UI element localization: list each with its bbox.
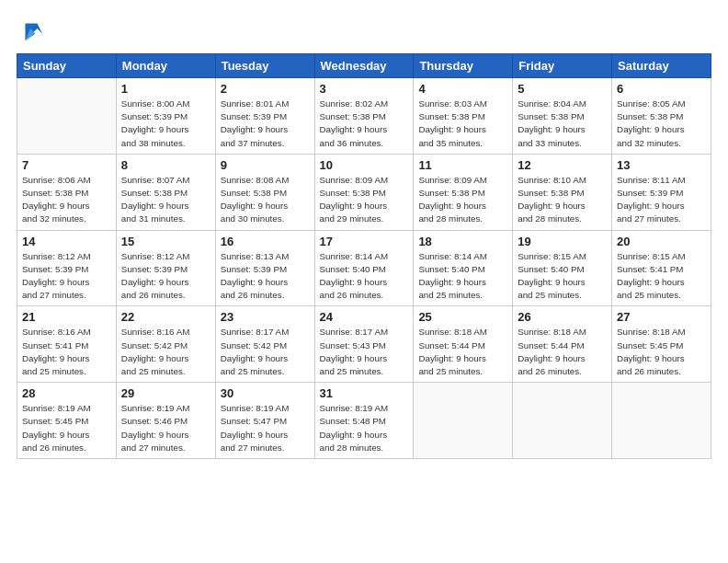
calendar-cell: 24Sunrise: 8:17 AMSunset: 5:43 PMDayligh… bbox=[314, 306, 414, 383]
calendar-cell: 17Sunrise: 8:14 AMSunset: 5:40 PMDayligh… bbox=[314, 230, 414, 306]
calendar-cell: 27Sunrise: 8:18 AMSunset: 5:45 PMDayligh… bbox=[612, 306, 711, 383]
calendar-cell: 19Sunrise: 8:15 AMSunset: 5:40 PMDayligh… bbox=[513, 230, 612, 306]
calendar-cell: 7Sunrise: 8:06 AMSunset: 5:38 PMDaylight… bbox=[17, 154, 117, 230]
day-number: 1 bbox=[121, 82, 210, 96]
day-info: Sunrise: 8:15 AMSunset: 5:41 PMDaylight:… bbox=[617, 250, 706, 303]
week-row-2: 14Sunrise: 8:12 AMSunset: 5:39 PMDayligh… bbox=[17, 230, 711, 306]
week-row-3: 21Sunrise: 8:16 AMSunset: 5:41 PMDayligh… bbox=[17, 306, 711, 383]
day-number: 17 bbox=[320, 235, 409, 248]
day-number: 3 bbox=[320, 82, 409, 96]
day-number: 14 bbox=[22, 235, 111, 248]
day-number: 25 bbox=[418, 310, 507, 324]
day-info: Sunrise: 8:12 AMSunset: 5:39 PMDaylight:… bbox=[22, 250, 111, 303]
day-info: Sunrise: 8:19 AMSunset: 5:45 PMDaylight:… bbox=[22, 402, 111, 454]
day-info: Sunrise: 8:14 AMSunset: 5:40 PMDaylight:… bbox=[418, 250, 507, 303]
calendar-cell: 14Sunrise: 8:12 AMSunset: 5:39 PMDayligh… bbox=[17, 230, 117, 306]
day-number: 9 bbox=[221, 158, 310, 172]
day-number: 11 bbox=[418, 158, 507, 172]
day-info: Sunrise: 8:02 AMSunset: 5:38 PMDaylight:… bbox=[320, 98, 409, 150]
calendar-cell: 22Sunrise: 8:16 AMSunset: 5:42 PMDayligh… bbox=[116, 306, 215, 383]
col-saturday: Saturday bbox=[612, 54, 711, 78]
day-number: 27 bbox=[617, 310, 706, 324]
calendar-cell: 6Sunrise: 8:05 AMSunset: 5:38 PMDaylight… bbox=[612, 78, 711, 155]
col-wednesday: Wednesday bbox=[314, 54, 414, 78]
calendar-cell: 29Sunrise: 8:19 AMSunset: 5:46 PMDayligh… bbox=[116, 383, 215, 459]
calendar-cell bbox=[414, 383, 513, 459]
day-number: 7 bbox=[22, 158, 111, 172]
day-info: Sunrise: 8:13 AMSunset: 5:39 PMDaylight:… bbox=[221, 250, 310, 303]
day-number: 10 bbox=[320, 158, 409, 172]
day-info: Sunrise: 8:16 AMSunset: 5:42 PMDaylight:… bbox=[121, 326, 210, 378]
calendar-cell: 5Sunrise: 8:04 AMSunset: 5:38 PMDaylight… bbox=[513, 78, 612, 155]
week-row-4: 28Sunrise: 8:19 AMSunset: 5:45 PMDayligh… bbox=[17, 383, 711, 459]
day-number: 31 bbox=[320, 386, 409, 400]
calendar-cell: 28Sunrise: 8:19 AMSunset: 5:45 PMDayligh… bbox=[17, 383, 117, 459]
calendar-cell: 1Sunrise: 8:00 AMSunset: 5:39 PMDaylight… bbox=[116, 78, 215, 155]
header bbox=[17, 17, 711, 42]
day-info: Sunrise: 8:14 AMSunset: 5:40 PMDaylight:… bbox=[320, 250, 409, 303]
day-number: 2 bbox=[221, 82, 310, 96]
calendar-cell: 12Sunrise: 8:10 AMSunset: 5:38 PMDayligh… bbox=[513, 154, 612, 230]
day-number: 15 bbox=[121, 235, 210, 248]
day-number: 21 bbox=[22, 310, 111, 324]
week-row-0: 1Sunrise: 8:00 AMSunset: 5:39 PMDaylight… bbox=[17, 78, 711, 155]
calendar-cell: 18Sunrise: 8:14 AMSunset: 5:40 PMDayligh… bbox=[414, 230, 513, 306]
calendar-header-row: Sunday Monday Tuesday Wednesday Thursday… bbox=[17, 54, 711, 78]
day-info: Sunrise: 8:01 AMSunset: 5:39 PMDaylight:… bbox=[221, 98, 310, 150]
day-info: Sunrise: 8:11 AMSunset: 5:39 PMDaylight:… bbox=[617, 174, 706, 226]
calendar-cell: 4Sunrise: 8:03 AMSunset: 5:38 PMDaylight… bbox=[414, 78, 513, 155]
day-info: Sunrise: 8:15 AMSunset: 5:40 PMDaylight:… bbox=[518, 250, 607, 303]
logo bbox=[17, 17, 44, 42]
day-info: Sunrise: 8:09 AMSunset: 5:38 PMDaylight:… bbox=[418, 174, 507, 226]
calendar-cell bbox=[513, 383, 612, 459]
calendar-table: Sunday Monday Tuesday Wednesday Thursday… bbox=[17, 53, 711, 459]
day-number: 18 bbox=[418, 235, 507, 248]
calendar-cell: 11Sunrise: 8:09 AMSunset: 5:38 PMDayligh… bbox=[414, 154, 513, 230]
day-info: Sunrise: 8:19 AMSunset: 5:47 PMDaylight:… bbox=[221, 402, 310, 454]
day-number: 22 bbox=[121, 310, 210, 324]
col-sunday: Sunday bbox=[17, 54, 117, 78]
day-info: Sunrise: 8:18 AMSunset: 5:44 PMDaylight:… bbox=[418, 326, 507, 378]
day-number: 20 bbox=[617, 235, 706, 248]
day-number: 29 bbox=[121, 386, 210, 400]
col-monday: Monday bbox=[116, 54, 215, 78]
day-info: Sunrise: 8:18 AMSunset: 5:44 PMDaylight:… bbox=[518, 326, 607, 378]
day-info: Sunrise: 8:19 AMSunset: 5:48 PMDaylight:… bbox=[320, 402, 409, 454]
logo-icon bbox=[18, 17, 44, 42]
day-number: 23 bbox=[221, 310, 310, 324]
calendar-cell: 26Sunrise: 8:18 AMSunset: 5:44 PMDayligh… bbox=[513, 306, 612, 383]
day-info: Sunrise: 8:16 AMSunset: 5:41 PMDaylight:… bbox=[22, 326, 111, 378]
day-number: 12 bbox=[518, 158, 607, 172]
day-number: 19 bbox=[518, 235, 607, 248]
day-info: Sunrise: 8:08 AMSunset: 5:38 PMDaylight:… bbox=[221, 174, 310, 226]
day-number: 24 bbox=[320, 310, 409, 324]
day-info: Sunrise: 8:17 AMSunset: 5:42 PMDaylight:… bbox=[221, 326, 310, 378]
day-info: Sunrise: 8:10 AMSunset: 5:38 PMDaylight:… bbox=[518, 174, 607, 226]
calendar-cell: 10Sunrise: 8:09 AMSunset: 5:38 PMDayligh… bbox=[314, 154, 414, 230]
calendar-cell: 20Sunrise: 8:15 AMSunset: 5:41 PMDayligh… bbox=[612, 230, 711, 306]
calendar-cell bbox=[612, 383, 711, 459]
calendar-cell: 25Sunrise: 8:18 AMSunset: 5:44 PMDayligh… bbox=[414, 306, 513, 383]
day-info: Sunrise: 8:00 AMSunset: 5:39 PMDaylight:… bbox=[121, 98, 210, 150]
calendar-cell: 9Sunrise: 8:08 AMSunset: 5:38 PMDaylight… bbox=[215, 154, 314, 230]
calendar-cell: 30Sunrise: 8:19 AMSunset: 5:47 PMDayligh… bbox=[215, 383, 314, 459]
day-info: Sunrise: 8:03 AMSunset: 5:38 PMDaylight:… bbox=[418, 98, 507, 150]
day-info: Sunrise: 8:04 AMSunset: 5:38 PMDaylight:… bbox=[518, 98, 607, 150]
day-info: Sunrise: 8:06 AMSunset: 5:38 PMDaylight:… bbox=[22, 174, 111, 226]
calendar-cell: 2Sunrise: 8:01 AMSunset: 5:39 PMDaylight… bbox=[215, 78, 314, 155]
day-info: Sunrise: 8:12 AMSunset: 5:39 PMDaylight:… bbox=[121, 250, 210, 303]
day-number: 13 bbox=[617, 158, 706, 172]
day-number: 30 bbox=[221, 386, 310, 400]
col-thursday: Thursday bbox=[414, 54, 513, 78]
calendar-cell: 13Sunrise: 8:11 AMSunset: 5:39 PMDayligh… bbox=[612, 154, 711, 230]
calendar-cell: 21Sunrise: 8:16 AMSunset: 5:41 PMDayligh… bbox=[17, 306, 117, 383]
day-number: 16 bbox=[221, 235, 310, 248]
calendar-cell: 8Sunrise: 8:07 AMSunset: 5:38 PMDaylight… bbox=[116, 154, 215, 230]
calendar-cell: 15Sunrise: 8:12 AMSunset: 5:39 PMDayligh… bbox=[116, 230, 215, 306]
col-tuesday: Tuesday bbox=[215, 54, 314, 78]
col-friday: Friday bbox=[513, 54, 612, 78]
day-info: Sunrise: 8:05 AMSunset: 5:38 PMDaylight:… bbox=[617, 98, 706, 150]
day-number: 8 bbox=[121, 158, 210, 172]
page-container: Sunday Monday Tuesday Wednesday Thursday… bbox=[0, 0, 728, 468]
day-number: 4 bbox=[418, 82, 507, 96]
